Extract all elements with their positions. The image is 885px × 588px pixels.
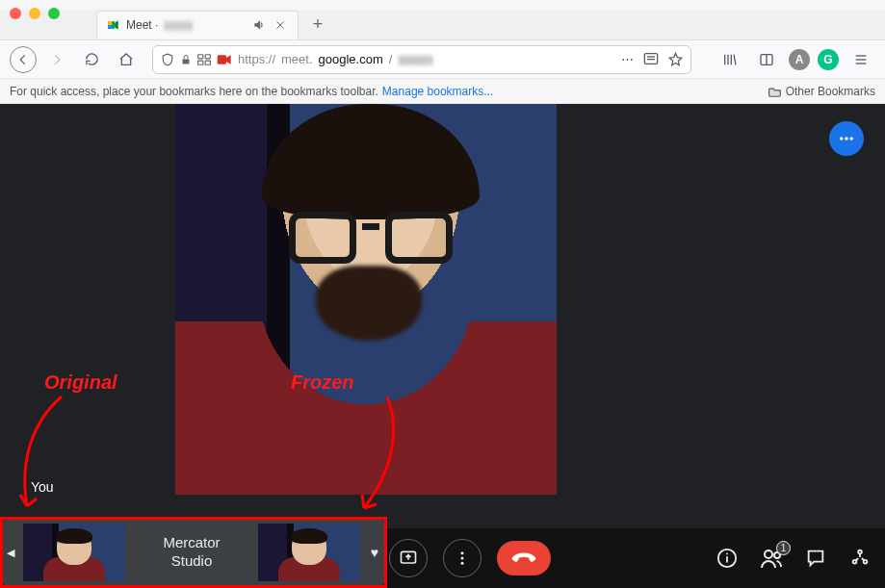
svg-rect-8 (218, 55, 226, 64)
url-scheme: https:// (238, 52, 275, 66)
studio-collapse-toggle[interactable]: ◀ (2, 547, 19, 559)
url-bar[interactable]: https://meet.google.com/▮▮▮▮▮▮ ⋯ (152, 45, 691, 74)
bookmarks-bar: For quick access, place your bookmarks h… (0, 79, 885, 104)
svg-rect-7 (205, 61, 210, 64)
activities-button[interactable] (848, 547, 872, 570)
studio-thumb-original[interactable] (23, 524, 125, 581)
window-maximize-dot[interactable] (48, 8, 60, 19)
permissions-icon[interactable] (197, 54, 211, 65)
window-minimize-dot[interactable] (29, 8, 40, 19)
lock-icon[interactable] (180, 54, 192, 65)
other-bookmarks-label: Other Bookmarks (786, 85, 875, 98)
grammarly-badge[interactable]: G (818, 49, 839, 70)
back-button[interactable] (10, 46, 37, 73)
app-menu-icon[interactable] (846, 45, 875, 74)
tab-close-icon[interactable] (273, 17, 288, 33)
meet-favicon (107, 18, 120, 32)
participants-button[interactable]: 1 (760, 547, 783, 570)
svg-point-22 (845, 137, 847, 140)
forward-button (42, 45, 71, 74)
bookmarks-hint-text: For quick access, place your bookmarks h… (10, 85, 378, 98)
tab-title-obscured: ▮▮▮▮▮ (164, 18, 193, 32)
url-path-obscured: ▮▮▮▮▮▮ (398, 52, 432, 66)
participant-count-badge: 1 (776, 541, 791, 555)
svg-point-32 (726, 553, 728, 555)
svg-rect-1 (108, 21, 112, 25)
svg-point-21 (840, 137, 843, 140)
folder-icon (768, 86, 782, 97)
reader-mode-icon[interactable] (643, 52, 659, 66)
window-controls (0, 0, 885, 10)
svg-point-35 (858, 550, 862, 554)
chat-button[interactable] (804, 547, 827, 570)
tab-strip: Meet · ▮▮▮▮▮ + (0, 10, 885, 40)
studio-title-line1: Mercator (129, 534, 254, 552)
sidebar-icon[interactable] (752, 45, 781, 74)
bookmark-star-icon[interactable] (668, 52, 683, 66)
more-options-button[interactable] (443, 539, 482, 577)
studio-favorite-button[interactable]: ♥ (364, 545, 385, 560)
studio-thumb-frozen[interactable] (258, 524, 360, 581)
url-host-domain: google.com (319, 52, 383, 66)
meet-options-button[interactable] (829, 121, 864, 156)
annotation-label-original: Original (44, 371, 117, 394)
svg-rect-5 (198, 61, 203, 64)
reload-button[interactable] (77, 45, 106, 74)
svg-line-15 (734, 54, 736, 64)
nav-toolbar: https://meet.google.com/▮▮▮▮▮▮ ⋯ A G (0, 40, 885, 79)
studio-title: Mercator Studio (129, 534, 254, 571)
hangup-button[interactable] (497, 541, 551, 575)
studio-title-line2: Studio (129, 552, 254, 571)
svg-rect-2 (108, 25, 112, 29)
account-badge[interactable]: A (789, 49, 810, 70)
window-close-dot[interactable] (10, 8, 21, 19)
url-path-slash: / (389, 52, 393, 66)
other-bookmarks-button[interactable]: Other Bookmarks (768, 85, 875, 98)
tab-audio-icon[interactable] (251, 17, 267, 33)
svg-rect-3 (183, 59, 190, 64)
manage-bookmarks-link[interactable]: Manage bookmarks... (382, 85, 493, 98)
meet-app: You ◀ Mercator Studio ♥ CC (0, 104, 885, 588)
svg-point-23 (850, 137, 853, 140)
new-tab-button[interactable]: + (306, 14, 329, 35)
home-button[interactable] (112, 45, 141, 74)
page-actions-icon[interactable]: ⋯ (621, 52, 634, 66)
meeting-details-button[interactable] (716, 547, 739, 570)
mercator-studio-panel: ◀ Mercator Studio ♥ (2, 519, 385, 586)
shield-icon[interactable] (161, 53, 174, 66)
svg-rect-4 (198, 54, 203, 58)
svg-point-28 (460, 557, 463, 560)
svg-point-27 (460, 551, 463, 554)
url-host-prefix: meet. (281, 52, 313, 66)
video-person (175, 104, 557, 495)
tab-meet[interactable]: Meet · ▮▮▮▮▮ (96, 11, 299, 39)
main-video-feed[interactable] (175, 104, 557, 495)
tab-title-prefix: Meet · (126, 18, 158, 32)
self-view-label: You (31, 479, 54, 495)
svg-rect-6 (205, 54, 210, 58)
library-icon[interactable] (716, 45, 744, 74)
annotation-arrow-original (13, 393, 81, 518)
svg-point-29 (460, 562, 463, 565)
svg-point-33 (765, 550, 772, 558)
camera-icon[interactable] (217, 54, 232, 65)
present-button[interactable] (389, 539, 428, 577)
